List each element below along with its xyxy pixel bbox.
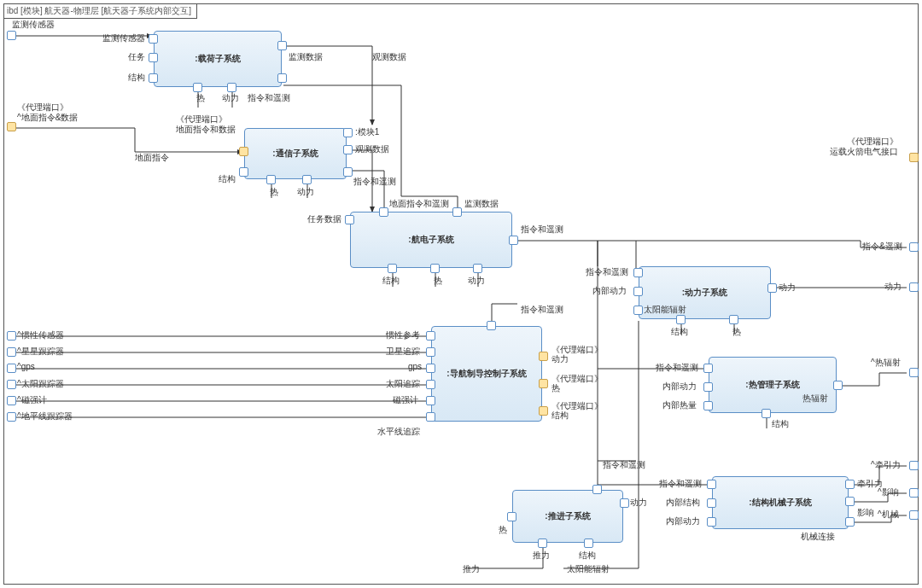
port-pw-br[interactable] [729,315,738,324]
port-gnc-top[interactable] [487,321,496,330]
port-comm-cmdtm[interactable] [343,167,353,177]
port-payload-task[interactable] [149,53,158,62]
port-av-pwr[interactable] [473,264,482,273]
port-pr-bl[interactable] [538,539,547,548]
port-gnc-r1[interactable] [539,352,548,361]
ext-port-sun[interactable] [7,380,16,389]
ext-port-power[interactable] [909,282,919,292]
lbl-grav: ^牵引力 [871,459,901,471]
lbl-st-l1: 指令和遥测 [659,478,702,490]
block-gnc[interactable]: :导航制导控制子系统 [431,326,542,422]
lbl-st-r2: 影响 [857,507,874,519]
port-th-r[interactable] [833,381,843,390]
port-payload-mondata[interactable] [277,41,287,50]
block-struct-name: :结构机械子系统 [749,497,811,509]
block-payload[interactable]: :载荷子系统 [154,31,282,87]
ext-port-rad[interactable] [909,368,919,377]
block-avionics[interactable]: :航电子系统 [350,212,512,268]
lbl-pw-l2: 内部动力 [592,285,627,297]
port-gnc-l6[interactable] [426,412,435,422]
ext-port-sensor[interactable] [7,31,16,40]
ext-port-impact[interactable] [909,488,919,498]
port-gnc-l3[interactable] [426,364,435,373]
ext-port-horizon[interactable] [7,412,16,422]
ext-port-grav[interactable] [909,461,919,470]
block-thermal[interactable]: :热管理子系统 [709,357,837,413]
port-av-task[interactable] [345,215,354,224]
port-av-struct[interactable] [388,264,397,273]
block-gnc-name: :导航制导控制子系统 [446,368,526,380]
lbl-cmdtm: 指令&遥测 [862,241,902,253]
port-payload-struct[interactable] [149,73,158,83]
port-comm-struct[interactable] [239,167,248,177]
ext-port-launch[interactable] [909,153,919,162]
block-struct[interactable]: :结构机械子系统 [712,476,849,529]
port-av-ground[interactable] [379,207,388,217]
lbl-gnc-l3: gps [408,362,422,371]
port-st-r2[interactable] [845,497,855,506]
port-st-l2[interactable] [707,498,716,508]
lbl-payload-task: 任务 [128,51,145,63]
port-comm-mod1[interactable] [343,128,353,137]
port-th-b[interactable] [762,409,771,418]
port-th-l1[interactable] [703,364,713,373]
port-pw-r[interactable] [767,283,777,293]
port-gnc-l2[interactable] [426,347,435,357]
block-comm[interactable]: :通信子系统 [244,128,347,179]
port-gnc-r2[interactable] [539,379,548,388]
block-comm-name: :通信子系统 [272,148,318,160]
port-th-l3[interactable] [703,401,713,410]
port-pw-l3[interactable] [633,306,643,315]
port-st-l1[interactable] [707,480,716,489]
port-st-l3[interactable] [707,517,716,527]
lbl-av-task: 任务数据 [307,213,341,225]
port-pr-br[interactable] [584,539,593,548]
port-st-r1[interactable] [845,480,855,489]
port-st-r3[interactable] [845,517,855,527]
block-prop[interactable]: :推进子系统 [512,490,623,543]
lbl-th-b: 结构 [772,418,789,430]
ext-port-sensor-lbl: 监测传感器 [12,19,55,31]
port-gnc-l5[interactable] [426,396,435,405]
port-pr-top[interactable] [592,485,602,494]
ext-port-ground[interactable] [7,122,16,131]
lbl-av-cmdtm: 指令和遥测 [521,224,563,236]
port-payload-heat[interactable] [193,83,202,92]
lbl-power-r: 动力 [884,281,902,293]
port-payload-pwr[interactable] [227,83,236,92]
port-pr-l[interactable] [507,512,516,521]
ext-port-inertial[interactable] [7,331,16,341]
port-gnc-r3[interactable] [539,406,548,416]
lbl-pr-br: 结构 [579,550,596,562]
port-comm-pwr[interactable] [302,175,312,184]
port-pw-bl[interactable] [676,315,686,324]
port-av-cmdtm[interactable] [509,236,518,245]
port-comm-heat[interactable] [266,175,276,184]
block-prop-name: :推进子系统 [545,510,590,522]
port-payload-cmdtm[interactable] [277,73,287,83]
port-pw-l1[interactable] [633,268,643,277]
port-payload-sensor[interactable] [149,34,158,44]
ext-port-mag[interactable] [7,396,16,405]
lbl-mag: ^磁强计 [17,394,47,406]
port-gnc-l1[interactable] [426,331,435,341]
lbl-comm-struct: 结构 [219,173,236,185]
ext-port-star[interactable] [7,347,16,357]
ext-port-mech[interactable] [909,510,919,520]
port-comm-obs[interactable] [343,145,353,154]
lbl-comm-heat: 热 [270,186,278,198]
port-comm-ground[interactable] [239,147,248,156]
ext-port-gps[interactable] [7,364,16,373]
port-gnc-l4[interactable] [426,380,435,389]
port-av-heat[interactable] [430,264,440,273]
block-payload-name: :载荷子系统 [195,53,240,65]
lbl-mech: ^机械 [878,509,899,521]
port-th-l2[interactable] [703,382,713,392]
ext-port-cmdtm[interactable] [909,242,919,252]
lbl-st-r3: 机械连接 [801,531,835,543]
lbl-pw-br: 热 [732,326,741,338]
port-pw-l2[interactable] [633,287,643,296]
frame-title: ibd [模块] 航天器-物理层 [航天器子系统内部交互] [4,4,197,19]
port-pr-r[interactable] [620,498,629,508]
port-av-mon[interactable] [452,207,462,217]
